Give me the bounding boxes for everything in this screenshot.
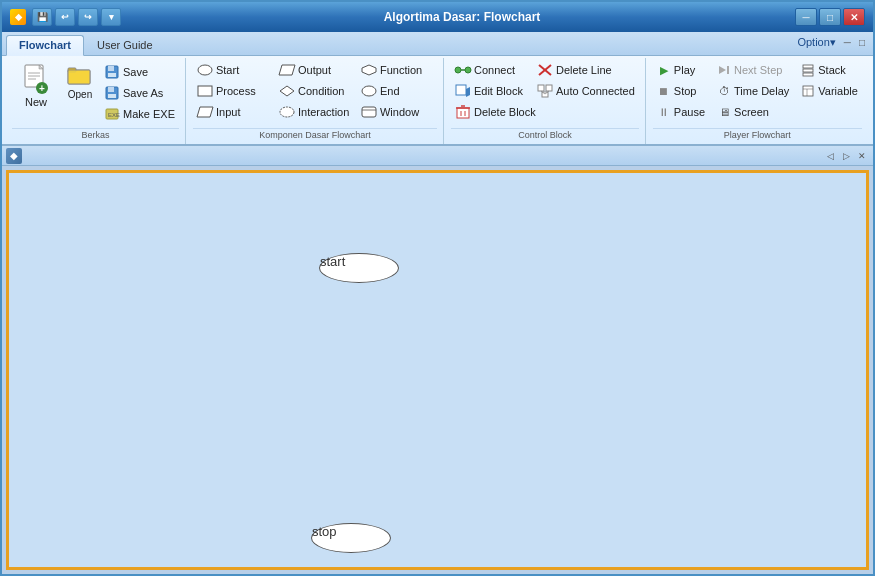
delete-line-button[interactable]: Delete Line bbox=[533, 60, 616, 80]
control-content: Connect Delete Line bbox=[451, 60, 639, 126]
process-icon bbox=[197, 84, 213, 98]
svg-rect-35 bbox=[538, 85, 544, 91]
delete-block-icon bbox=[455, 105, 471, 119]
player-col1: ▶ Play ⏹ Stop ⏸ Pause bbox=[653, 60, 709, 122]
komponen-content: Start Output bbox=[193, 60, 437, 126]
window-title: Algortima Dasar: Flowchart bbox=[129, 10, 795, 24]
interaction-icon bbox=[279, 105, 295, 119]
close-btn[interactable]: ✕ bbox=[843, 8, 865, 26]
connect-button[interactable]: Connect bbox=[451, 60, 531, 80]
auto-connected-icon bbox=[537, 84, 553, 98]
svg-rect-12 bbox=[108, 73, 116, 77]
canvas-prev-btn[interactable]: ◁ bbox=[823, 149, 837, 163]
tab-user-guide[interactable]: User Guide bbox=[84, 35, 166, 55]
start-shape[interactable]: start bbox=[319, 253, 399, 283]
control-label: Control Block bbox=[451, 128, 639, 142]
window-button[interactable]: Window bbox=[357, 102, 437, 122]
delete-block-button[interactable]: Delete Block bbox=[451, 102, 540, 122]
canvas-navigation: ◁ ▷ ✕ bbox=[823, 149, 869, 163]
ribbon-options[interactable]: Option▾ ─ □ bbox=[797, 36, 865, 49]
main-window: ◆ 💾 ↩ ↪ ▾ Algortima Dasar: Flowchart ─ □… bbox=[0, 0, 875, 576]
komponen-row1: Start Output bbox=[193, 60, 437, 80]
quick-access-toolbar: 💾 ↩ ↪ ▾ bbox=[32, 8, 121, 26]
svg-marker-19 bbox=[279, 65, 295, 75]
edit-block-button[interactable]: Edit Block bbox=[451, 81, 531, 101]
berkas-label: Berkas bbox=[12, 128, 179, 142]
stop-label: Stop bbox=[674, 85, 697, 97]
canvas-close-btn[interactable]: ✕ bbox=[855, 149, 869, 163]
interaction-button[interactable]: Interaction bbox=[275, 102, 355, 122]
svg-point-28 bbox=[455, 67, 461, 73]
canvas-header: ◆ ◁ ▷ ✕ bbox=[2, 146, 873, 166]
play-button[interactable]: ▶ Play bbox=[653, 60, 709, 80]
process-button[interactable]: Process bbox=[193, 81, 273, 101]
app-icon: ◆ bbox=[10, 9, 26, 25]
variable-button[interactable]: Variable bbox=[797, 81, 862, 101]
function-icon bbox=[361, 63, 377, 77]
stop-button[interactable]: ⏹ Stop bbox=[653, 81, 709, 101]
player-col2: Next Step ⏱ Time Delay 🖥 Screen bbox=[713, 60, 793, 122]
output-button[interactable]: Output bbox=[275, 60, 355, 80]
new-button[interactable]: + New bbox=[12, 60, 60, 112]
next-step-icon bbox=[717, 63, 731, 77]
open-label: Open bbox=[68, 89, 92, 100]
svg-point-29 bbox=[465, 67, 471, 73]
start-oval[interactable]: start bbox=[319, 253, 399, 283]
save-group: Save Save As bbox=[100, 60, 179, 124]
svg-marker-22 bbox=[280, 86, 294, 96]
canvas-area[interactable]: start stop bbox=[6, 170, 869, 570]
komponen-label: Komponen Dasar Flowchart bbox=[193, 128, 437, 142]
start-button[interactable]: Start bbox=[193, 60, 273, 80]
svg-rect-46 bbox=[727, 66, 729, 74]
make-exe-button[interactable]: EXE Make EXE bbox=[100, 104, 179, 124]
open-button[interactable]: Open bbox=[62, 62, 98, 102]
end-button[interactable]: End bbox=[357, 81, 437, 101]
output-icon bbox=[279, 63, 295, 77]
pause-button[interactable]: ⏸ Pause bbox=[653, 102, 709, 122]
svg-rect-33 bbox=[456, 85, 466, 95]
canvas-wrapper: ◆ ◁ ▷ ✕ start stop bbox=[2, 146, 873, 574]
save-as-button[interactable]: Save As bbox=[100, 83, 179, 103]
tab-flowchart[interactable]: Flowchart bbox=[6, 35, 84, 56]
pause-label: Pause bbox=[674, 106, 705, 118]
next-step-button[interactable]: Next Step bbox=[713, 60, 793, 80]
screen-button[interactable]: 🖥 Screen bbox=[713, 102, 793, 122]
player-content: ▶ Play ⏹ Stop ⏸ Pause bbox=[653, 60, 862, 126]
auto-connected-button[interactable]: Auto Connected bbox=[533, 81, 639, 101]
end-icon bbox=[361, 84, 377, 98]
player-cols: ▶ Play ⏹ Stop ⏸ Pause bbox=[653, 60, 862, 122]
qa-redo-btn[interactable]: ↪ bbox=[78, 8, 98, 26]
input-button[interactable]: Input bbox=[193, 102, 273, 122]
save-button[interactable]: Save bbox=[100, 62, 179, 82]
condition-icon bbox=[279, 84, 295, 98]
qa-undo-btn[interactable]: ↩ bbox=[55, 8, 75, 26]
flowchart-canvas: start stop bbox=[9, 173, 866, 567]
stop-oval[interactable]: stop bbox=[311, 523, 391, 553]
open-icon bbox=[66, 64, 94, 86]
stop-shape[interactable]: stop bbox=[311, 523, 391, 553]
svg-text:+: + bbox=[39, 83, 45, 94]
input-icon bbox=[197, 105, 213, 119]
svg-rect-9 bbox=[68, 70, 90, 84]
window-icon bbox=[361, 105, 377, 119]
canvas-next-btn[interactable]: ▷ bbox=[839, 149, 853, 163]
variable-icon bbox=[801, 84, 815, 98]
screen-label: Screen bbox=[734, 106, 769, 118]
ribbon-tabs: Flowchart User Guide Option▾ ─ □ bbox=[2, 32, 873, 56]
options-label[interactable]: Option▾ bbox=[797, 36, 835, 49]
stack-button[interactable]: Stack bbox=[797, 60, 862, 80]
qa-dropdown-btn[interactable]: ▾ bbox=[101, 8, 121, 26]
save-as-label: Save As bbox=[123, 87, 163, 99]
time-delay-button[interactable]: ⏱ Time Delay bbox=[713, 81, 793, 101]
minimize-btn[interactable]: ─ bbox=[795, 8, 817, 26]
qa-save-btn[interactable]: 💾 bbox=[32, 8, 52, 26]
connect-icon bbox=[455, 63, 471, 77]
edit-block-icon bbox=[455, 84, 471, 98]
maximize-btn[interactable]: □ bbox=[819, 8, 841, 26]
condition-button[interactable]: Condition bbox=[275, 81, 355, 101]
save-icon bbox=[104, 64, 120, 80]
svg-rect-47 bbox=[803, 65, 813, 68]
svg-rect-36 bbox=[546, 85, 552, 91]
svg-rect-21 bbox=[198, 86, 212, 96]
function-button[interactable]: Function bbox=[357, 60, 437, 80]
